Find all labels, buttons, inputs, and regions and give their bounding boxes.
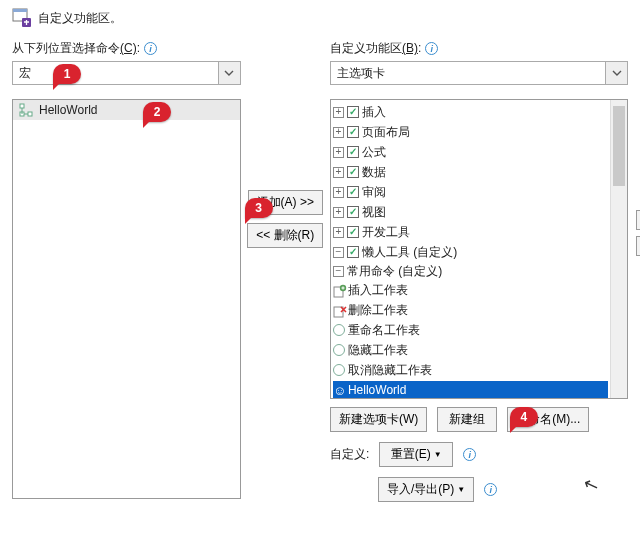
move-up-button[interactable]: ▲ (636, 210, 640, 230)
tree-node-label: 重命名工作表 (348, 322, 420, 339)
collapse-icon[interactable]: − (333, 266, 344, 277)
tree-node-label: 数据 (362, 164, 386, 181)
expand-icon[interactable]: + (333, 227, 344, 238)
tree-node-label: 插入 (362, 104, 386, 121)
tree-tab-node[interactable]: +数据 (333, 163, 625, 181)
tree-command-node[interactable]: ☺HelloWorld (333, 381, 608, 399)
info-icon[interactable]: i (425, 42, 438, 55)
tree-node-label: 删除工作表 (348, 302, 408, 319)
customize-ribbon-icon (12, 8, 32, 28)
tree-node-label: 页面布局 (362, 124, 410, 141)
tree-command-node[interactable]: 隐藏工作表 (333, 341, 625, 359)
svg-rect-1 (13, 9, 27, 12)
tree-node-label: 隐藏工作表 (348, 342, 408, 359)
collapse-icon[interactable]: − (333, 247, 344, 258)
command-icon (333, 344, 345, 356)
scrollbar[interactable] (610, 100, 627, 398)
customize-label: 自定义: (330, 446, 369, 463)
checkbox[interactable] (347, 226, 359, 238)
expand-icon[interactable]: + (333, 127, 344, 138)
tree-tab-node[interactable]: −懒人工具 (自定义) (333, 243, 625, 261)
tree-node-label: 公式 (362, 144, 386, 161)
delete-sheet-icon (333, 304, 345, 316)
tree-command-node[interactable]: 重命名工作表 (333, 321, 625, 339)
tree-node-label: 审阅 (362, 184, 386, 201)
move-down-button[interactable]: ▼ (636, 236, 640, 256)
expand-icon[interactable]: + (333, 167, 344, 178)
expand-icon[interactable]: + (333, 207, 344, 218)
insert-sheet-icon (333, 284, 345, 296)
info-icon[interactable]: i (463, 448, 476, 461)
ribbon-tree[interactable]: +插入+页面布局+公式+数据+审阅+视图+开发工具−懒人工具 (自定义)−常用命… (330, 99, 628, 399)
chevron-down-icon (218, 62, 240, 84)
svg-rect-3 (20, 104, 24, 108)
tree-node-label: 懒人工具 (自定义) (362, 244, 457, 261)
callout-badge-1: 1 (53, 64, 81, 84)
tree-command-node[interactable]: 插入工作表 (333, 281, 625, 299)
checkbox[interactable] (347, 106, 359, 118)
tree-node-label: 视图 (362, 204, 386, 221)
tree-tab-node[interactable]: +审阅 (333, 183, 625, 201)
callout-badge-2: 2 (143, 102, 171, 122)
tree-node-label: 开发工具 (362, 224, 410, 241)
tree-node-label: 常用命令 (自定义) (347, 263, 442, 280)
list-item[interactable]: HelloWorld (13, 100, 240, 120)
checkbox[interactable] (347, 166, 359, 178)
info-icon[interactable]: i (144, 42, 157, 55)
tree-command-node[interactable]: 删除工作表 (333, 301, 625, 319)
command-icon (333, 324, 345, 336)
tree-node-label: HelloWorld (348, 383, 406, 397)
macro-tree-icon (19, 103, 33, 117)
command-icon (333, 364, 345, 376)
tree-tab-node[interactable]: +开发工具 (333, 223, 625, 241)
remove-button[interactable]: << 删除(R) (247, 223, 323, 248)
checkbox[interactable] (347, 186, 359, 198)
info-icon[interactable]: i (484, 483, 497, 496)
tree-tab-node[interactable]: +视图 (333, 203, 625, 221)
customize-ribbon-label: 自定义功能区(B): i (330, 40, 628, 57)
checkbox[interactable] (347, 246, 359, 258)
tree-node-label: 取消隐藏工作表 (348, 362, 432, 379)
commands-listbox[interactable]: HelloWorld 2 (12, 99, 241, 499)
commands-from-select[interactable]: 宏 1 (12, 61, 241, 85)
expand-icon[interactable]: + (333, 107, 344, 118)
chevron-down-icon (605, 62, 627, 84)
expand-icon[interactable]: + (333, 147, 344, 158)
checkbox[interactable] (347, 126, 359, 138)
tree-tab-node[interactable]: +插入 (333, 103, 625, 121)
svg-rect-5 (28, 112, 32, 116)
new-tab-button[interactable]: 新建选项卡(W) (330, 407, 427, 432)
checkbox[interactable] (347, 206, 359, 218)
smile-icon: ☺ (333, 384, 345, 396)
ribbon-scope-select[interactable]: 主选项卡 (330, 61, 628, 85)
page-title: 自定义功能区。 (38, 10, 122, 27)
tree-group-node[interactable]: −常用命令 (自定义) (333, 262, 625, 280)
tree-command-node[interactable]: 取消隐藏工作表 (333, 361, 625, 379)
import-export-button[interactable]: 导入/导出(P)▼ (378, 477, 474, 502)
list-item-label: HelloWorld (39, 103, 97, 117)
callout-badge-4: 4 (510, 407, 538, 427)
new-group-button[interactable]: 新建组 (437, 407, 497, 432)
reset-button[interactable]: 重置(E)▼ (379, 442, 453, 467)
tree-node-label: 插入工作表 (348, 282, 408, 299)
checkbox[interactable] (347, 146, 359, 158)
commands-from-label: 从下列位置选择命令(C): i (12, 40, 241, 57)
tree-tab-node[interactable]: +页面布局 (333, 123, 625, 141)
tree-tab-node[interactable]: +公式 (333, 143, 625, 161)
callout-badge-3: 3 (245, 198, 273, 218)
expand-icon[interactable]: + (333, 187, 344, 198)
